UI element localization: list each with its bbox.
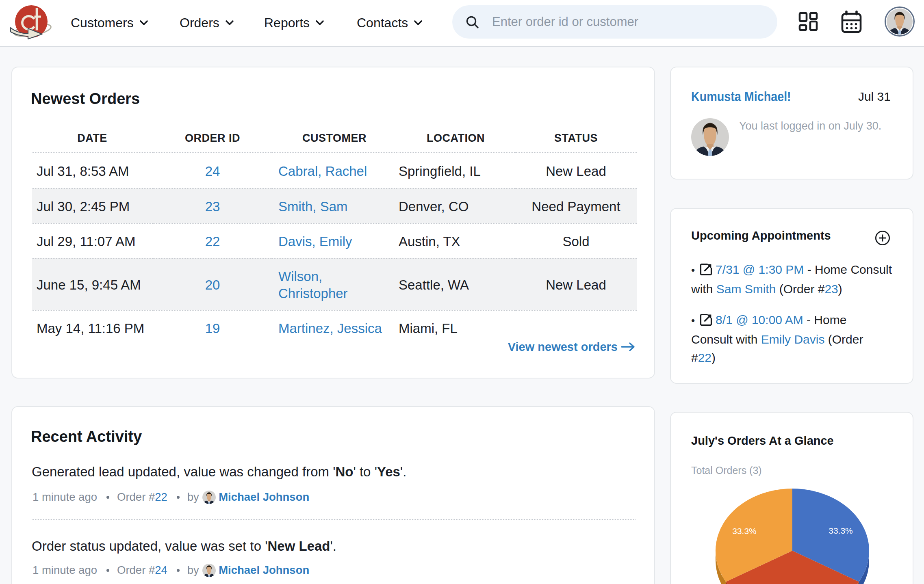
- svg-text:33.3%: 33.3%: [732, 526, 757, 536]
- svg-text:33.3%: 33.3%: [829, 526, 853, 535]
